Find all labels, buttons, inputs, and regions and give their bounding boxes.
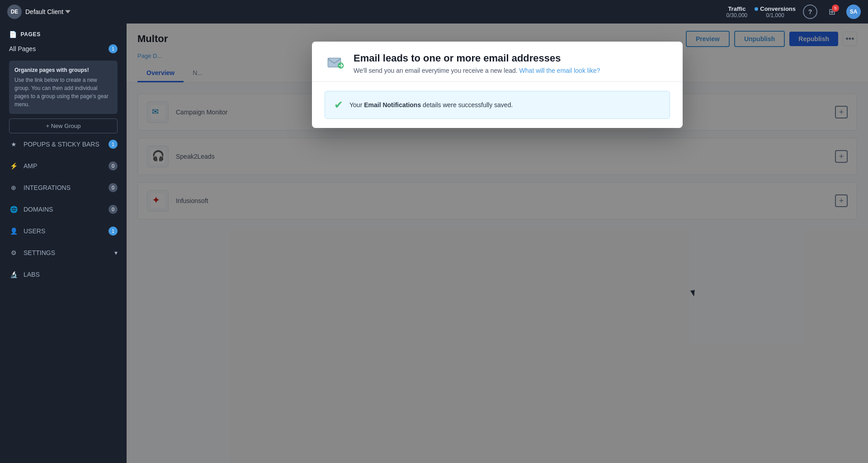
conversions-value: 0/1,000 bbox=[766, 12, 784, 19]
pages-section: 📄 PAGES All Pages 1 Organize pages with … bbox=[0, 24, 127, 133]
modal-body: ✔ Your Email Notifications details were … bbox=[312, 82, 683, 128]
content-area: Multor Preview Unpublish Republish ••• P… bbox=[127, 24, 868, 463]
help-button[interactable]: ? bbox=[803, 5, 817, 19]
organize-body: Use the link below to create a new group… bbox=[14, 76, 112, 109]
amp-count: 0 bbox=[108, 161, 118, 170]
domains-count: 0 bbox=[108, 205, 118, 214]
topbar: DE Default Client Traffic 0/30,000 Conve… bbox=[0, 0, 868, 24]
all-pages-row[interactable]: All Pages 1 bbox=[9, 43, 118, 57]
settings-icon: ⚙ bbox=[9, 248, 18, 257]
main-layout: 📄 PAGES All Pages 1 Organize pages with … bbox=[0, 24, 868, 463]
notification-button[interactable]: ⊞ 5 bbox=[825, 5, 839, 19]
integrations-icon: ⊕ bbox=[9, 183, 18, 192]
success-banner: ✔ Your Email Notifications details were … bbox=[325, 91, 670, 119]
all-pages-count: 1 bbox=[108, 44, 118, 53]
topbar-left: DE Default Client bbox=[7, 5, 71, 19]
modal-subtitle: We'll send you an email everytime you re… bbox=[354, 67, 670, 74]
sidebar-item-integrations[interactable]: ⊕ INTEGRATIONS 0 bbox=[0, 177, 127, 198]
pages-section-title: 📄 PAGES bbox=[9, 31, 118, 38]
sidebar-item-domains[interactable]: 🌐 DOMAINS 0 bbox=[0, 198, 127, 220]
organize-box: Organize pages with groups! Use the link… bbox=[9, 61, 118, 114]
amp-icon: ⚡ bbox=[9, 161, 18, 170]
domains-icon: 🌐 bbox=[9, 205, 18, 214]
modal-header: Email leads to one or more email address… bbox=[312, 42, 683, 82]
chevron-down-icon: ▾ bbox=[114, 249, 118, 256]
sidebar-item-labs[interactable]: 🔬 LABS bbox=[0, 264, 127, 285]
chevron-down-icon bbox=[65, 9, 71, 14]
modal-header-text: Email leads to one or more email address… bbox=[354, 52, 670, 74]
topbar-right: Traffic 0/30,000 Conversions 0/1,000 ? ⊞… bbox=[726, 5, 861, 19]
conversions-label: Conversions bbox=[755, 5, 796, 12]
sidebar-item-amp[interactable]: ⚡ AMP 0 bbox=[0, 155, 127, 177]
popups-icon: ★ bbox=[9, 140, 18, 149]
users-count: 1 bbox=[108, 227, 118, 236]
modal-title: Email leads to one or more email address… bbox=[354, 52, 670, 64]
modal: Email leads to one or more email address… bbox=[312, 42, 683, 128]
user-avatar[interactable]: SA bbox=[846, 5, 861, 19]
all-pages-label: All Pages bbox=[9, 45, 105, 52]
traffic-label: Traffic bbox=[728, 5, 745, 12]
sidebar-item-users[interactable]: 👤 USERS 1 bbox=[0, 220, 127, 242]
conversions-metric: Conversions 0/1,000 bbox=[755, 5, 796, 19]
email-preview-link[interactable]: What will the email look like? bbox=[519, 67, 600, 74]
new-group-button[interactable]: + New Group bbox=[9, 118, 118, 133]
traffic-value: 0/30,000 bbox=[726, 12, 748, 19]
sidebar: 📄 PAGES All Pages 1 Organize pages with … bbox=[0, 24, 127, 463]
traffic-metrics: Traffic 0/30,000 Conversions 0/1,000 bbox=[726, 5, 796, 19]
modal-overlay: Email leads to one or more email address… bbox=[127, 24, 868, 463]
popups-count: 1 bbox=[108, 140, 118, 149]
success-text: Your Email Notifications details were su… bbox=[349, 101, 513, 109]
sidebar-item-popups[interactable]: ★ POPUPS & STICKY BARS 1 bbox=[0, 133, 127, 155]
integrations-count: 0 bbox=[108, 183, 118, 192]
avatar: DE bbox=[7, 5, 22, 19]
sidebar-item-settings[interactable]: ⚙ SETTINGS ▾ bbox=[0, 242, 127, 264]
users-icon: 👤 bbox=[9, 227, 18, 236]
client-selector[interactable]: Default Client bbox=[25, 8, 71, 15]
check-icon: ✔ bbox=[334, 99, 343, 111]
labs-icon: 🔬 bbox=[9, 270, 18, 279]
modal-email-icon bbox=[325, 52, 346, 74]
traffic-metric: Traffic 0/30,000 bbox=[726, 5, 748, 19]
organize-title: Organize pages with groups! bbox=[14, 66, 112, 74]
notification-badge: 5 bbox=[832, 5, 839, 12]
